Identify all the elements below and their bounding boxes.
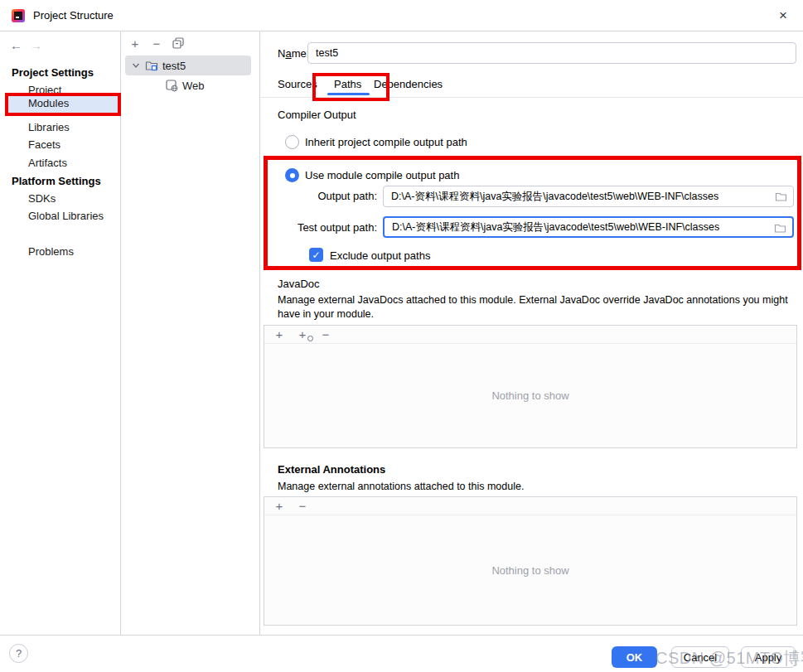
name-label: Name: xyxy=(278,47,309,60)
browse-folder-icon[interactable] xyxy=(774,222,786,234)
output-path-field-wrap xyxy=(383,186,794,207)
sidebar-item-artifacts[interactable]: Artifacts xyxy=(28,157,67,169)
browse-folder-icon[interactable] xyxy=(775,191,787,203)
chevron-down-icon[interactable] xyxy=(131,60,141,70)
external-annotations-description: Manage external annotations attached to … xyxy=(278,480,793,494)
window-title: Project Structure xyxy=(33,0,114,31)
settings-sidebar: ←→ Project Settings Project Modules Libr… xyxy=(0,31,121,635)
sidebar-item-problems[interactable]: Problems xyxy=(28,245,74,258)
dialog-footer: ? OK Cancel Apply xyxy=(0,635,803,672)
external-annotations-toolbar: + − xyxy=(264,497,796,515)
remove-annotation-root-icon[interactable]: − xyxy=(295,499,310,514)
close-icon[interactable]: × xyxy=(773,6,793,26)
module-name-input[interactable] xyxy=(308,43,796,63)
module-folder-icon xyxy=(145,59,158,72)
tree-row-test5[interactable]: test5 xyxy=(131,56,186,75)
sidebar-item-modules[interactable]: Modules xyxy=(8,94,118,113)
javadoc-header: JavaDoc xyxy=(278,278,793,290)
remove-javadoc-icon[interactable]: − xyxy=(318,327,333,342)
sidebar-item-sdks[interactable]: SDKs xyxy=(28,192,56,205)
tab-sources[interactable]: Sources xyxy=(278,75,317,97)
module-name-field-wrap xyxy=(307,42,796,64)
tab-dependencies[interactable]: Dependencies xyxy=(374,75,443,97)
platform-settings-header: Platform Settings xyxy=(12,175,101,187)
output-path-label: Output path: xyxy=(278,190,377,202)
active-tab-indicator xyxy=(327,93,370,95)
add-annotation-root-icon[interactable]: + xyxy=(272,499,287,514)
web-facet-icon xyxy=(165,79,178,92)
use-module-output-radio[interactable] xyxy=(285,168,299,182)
exclude-output-checkbox[interactable]: ✓ xyxy=(309,248,323,262)
help-icon[interactable]: ? xyxy=(9,644,28,663)
inherit-output-label[interactable]: Inherit project compile output path xyxy=(305,136,467,148)
project-structure-dialog: Project Structure × ←→ Project Settings … xyxy=(0,0,803,672)
external-annotations-panel: + − Nothing to show xyxy=(264,496,797,626)
title-bar: Project Structure × xyxy=(0,0,803,31)
forward-arrow-icon: → xyxy=(30,38,42,52)
external-annotations-list[interactable]: Nothing to show xyxy=(264,515,796,625)
tree-node-label[interactable]: test5 xyxy=(162,60,186,72)
external-annotations-empty-text: Nothing to show xyxy=(491,564,568,577)
add-module-icon[interactable]: + xyxy=(128,36,143,51)
sidebar-item-global-libraries[interactable]: Global Libraries xyxy=(28,210,104,222)
tree-row-web[interactable]: Web xyxy=(165,75,205,95)
back-arrow-icon[interactable]: ← xyxy=(10,38,22,52)
add-javadoc-icon[interactable]: + xyxy=(272,327,287,342)
module-tree-panel: + − test5 Web xyxy=(121,31,260,635)
javadoc-toolbar: + + − xyxy=(264,326,796,344)
javadoc-description: Manage external JavaDocs attached to thi… xyxy=(278,293,793,321)
add-javadoc-url-icon[interactable]: + xyxy=(295,327,310,342)
module-editor: Name: Sources Paths Dependencies Compile… xyxy=(261,31,803,635)
javadoc-panel: + + − Nothing to show xyxy=(264,325,797,448)
apply-button[interactable]: Apply xyxy=(741,646,796,668)
copy-module-icon[interactable] xyxy=(171,36,186,51)
test-output-path-field-wrap xyxy=(383,216,794,238)
output-path-input[interactable] xyxy=(384,186,793,206)
remove-module-icon[interactable]: − xyxy=(149,36,164,51)
use-module-output-label[interactable]: Use module compile output path xyxy=(305,169,459,181)
project-settings-header: Project Settings xyxy=(12,66,94,79)
tree-node-label[interactable]: Web xyxy=(182,80,205,92)
check-icon: ✓ xyxy=(312,249,320,261)
inherit-output-radio[interactable] xyxy=(285,135,299,149)
sidebar-item-libraries[interactable]: Libraries xyxy=(28,121,70,133)
test-output-path-input[interactable] xyxy=(385,218,792,236)
compiler-output-header: Compiler Output xyxy=(278,109,786,121)
sidebar-item-facets[interactable]: Facets xyxy=(28,138,60,151)
cancel-button[interactable]: Cancel xyxy=(671,646,729,668)
exclude-output-label[interactable]: Exclude output paths xyxy=(330,249,430,262)
test-output-path-label: Test output path: xyxy=(272,221,377,234)
ok-button[interactable]: OK xyxy=(612,646,657,668)
external-annotations-header: External Annotations xyxy=(278,463,793,476)
intellij-logo-icon xyxy=(12,9,25,22)
javadoc-empty-text: Nothing to show xyxy=(491,389,568,402)
javadoc-list[interactable]: Nothing to show xyxy=(264,344,796,447)
